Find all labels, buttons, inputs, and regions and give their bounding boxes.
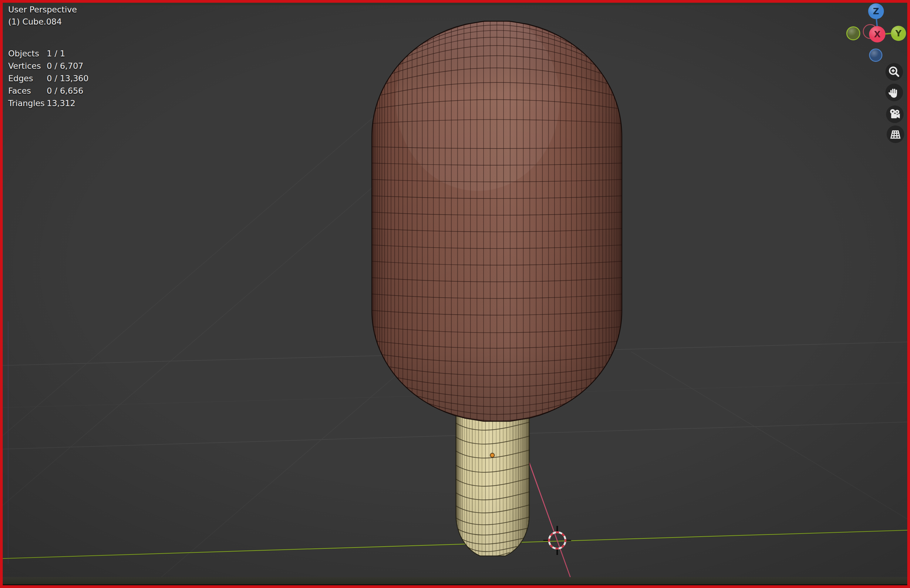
gizmo-axis-z-ball[interactable]: Z bbox=[868, 3, 884, 19]
stat-label: Objects bbox=[8, 47, 47, 60]
gizmo-axis-x-ball[interactable]: X bbox=[869, 26, 886, 42]
grid-floor-icon bbox=[889, 128, 902, 141]
stat-row-vertices: Vertices 0 / 6,707 bbox=[8, 60, 89, 72]
gizmo-axis-x-label: X bbox=[874, 29, 881, 39]
stat-row-triangles: Triangles 13,312 bbox=[8, 97, 89, 110]
view-perspective-label: User Perspective bbox=[8, 4, 89, 16]
blender-3d-viewport: User Perspective (1) Cube.084 Objects 1 … bbox=[0, 0, 910, 588]
popsicle-chocolate-body[interactable] bbox=[372, 9, 622, 430]
pan-hand-icon bbox=[887, 86, 901, 99]
pan-button[interactable] bbox=[886, 84, 903, 101]
stat-value: 0 / 13,360 bbox=[47, 72, 89, 84]
stat-label: Vertices bbox=[8, 60, 47, 72]
active-object-label: (1) Cube.084 bbox=[8, 16, 89, 28]
viewport-canvas[interactable] bbox=[0, 0, 910, 588]
gizmo-axis-neg-y-ball[interactable] bbox=[846, 26, 860, 40]
gizmo-axis-neg-z-ball[interactable] bbox=[869, 48, 882, 62]
grid-floor-toggle-button[interactable] bbox=[887, 126, 904, 143]
camera-view-icon bbox=[888, 108, 902, 121]
stat-value: 1 / 1 bbox=[47, 47, 89, 60]
gizmo-axis-z-label: Z bbox=[873, 6, 879, 16]
stat-value: 0 / 6,707 bbox=[47, 60, 89, 72]
stat-label: Triangles bbox=[8, 97, 47, 110]
stat-row-objects: Objects 1 / 1 bbox=[8, 47, 89, 60]
viewport-hud: User Perspective (1) Cube.084 Objects 1 … bbox=[8, 4, 89, 110]
top-dark-strip bbox=[3, 3, 907, 5]
zoom-button[interactable] bbox=[886, 63, 903, 81]
statistics-overlay: Objects 1 / 1 Vertices 0 / 6,707 Edges 0… bbox=[8, 47, 89, 110]
stat-value: 0 / 6,656 bbox=[47, 84, 89, 97]
popsicle-stick[interactable] bbox=[456, 403, 529, 561]
stat-row-edges: Edges 0 / 13,360 bbox=[8, 72, 89, 84]
stat-label: Edges bbox=[8, 72, 47, 84]
zoom-in-magnifier-icon bbox=[887, 65, 901, 79]
stat-row-faces: Faces 0 / 6,656 bbox=[8, 84, 89, 97]
object-origin-dot[interactable] bbox=[490, 452, 495, 458]
stat-label: Faces bbox=[8, 84, 47, 97]
camera-view-button[interactable] bbox=[886, 105, 904, 123]
bottom-black-line bbox=[3, 584, 907, 585]
gizmo-axis-y-ball[interactable]: Y bbox=[891, 26, 906, 41]
stat-value: 13,312 bbox=[47, 97, 89, 110]
gizmo-axis-y-label: Y bbox=[895, 29, 902, 39]
bottom-dark-band bbox=[3, 577, 907, 584]
